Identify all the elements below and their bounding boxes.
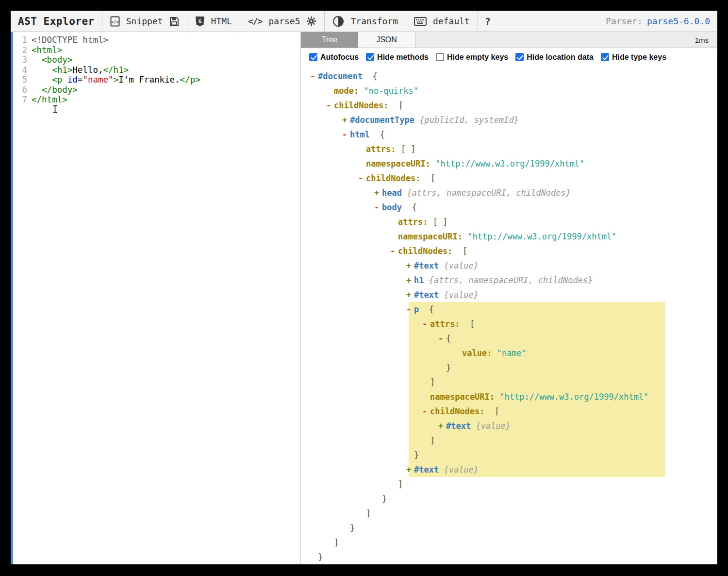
collapse-toggle-icon[interactable]: - xyxy=(342,127,350,142)
transform-button[interactable]: Transform xyxy=(325,16,406,27)
checkbox[interactable] xyxy=(309,53,317,61)
code-line: 3 <body> xyxy=(15,55,300,65)
tree-token-brk: } xyxy=(318,552,323,562)
toggle-contrast-icon xyxy=(332,16,344,27)
tree-token-key: childNodes: xyxy=(398,246,453,256)
expand-toggle-icon[interactable]: + xyxy=(438,419,446,433)
tree-line: +h1 {attrs, namespaceURI, childNodes} xyxy=(310,273,712,288)
code-brackets-icon: </> xyxy=(248,16,263,26)
line-number: 1 xyxy=(15,35,27,45)
tree-token-node[interactable]: #document xyxy=(318,71,363,81)
expand-toggle-icon[interactable]: + xyxy=(406,273,414,288)
ibeam-cursor xyxy=(52,105,58,116)
tree-line: +#documentType {publicId, systemId} xyxy=(310,113,712,127)
tree-token-node[interactable]: #text xyxy=(446,421,471,431)
svg-text:5: 5 xyxy=(199,18,201,24)
option-hide-type-keys[interactable]: Hide type keys xyxy=(601,53,666,62)
keyboard-icon xyxy=(414,17,427,26)
tab-tree[interactable]: Tree xyxy=(301,32,358,48)
checkbox[interactable] xyxy=(366,53,374,61)
tree-token-str: "no-quirks" xyxy=(359,86,418,96)
code-text: <html> xyxy=(27,45,62,55)
main-content: 1<!DOCTYPE html>2<html>3 <body>4 <h1>Hel… xyxy=(11,32,717,564)
code-editor[interactable]: 1<!DOCTYPE html>2<html>3 <body>4 <h1>Hel… xyxy=(11,32,301,564)
collapse-toggle-icon[interactable]: - xyxy=(422,404,430,419)
parser-info-label: Parser: xyxy=(606,16,643,26)
code-line: 4 <h1>Hello,</h1> xyxy=(15,65,300,75)
option-hide-empty-keys[interactable]: Hide empty keys xyxy=(436,53,508,62)
tree-token-node[interactable]: p xyxy=(414,305,419,314)
tree-token-meta: {attrs, namespaceURI, childNodes} xyxy=(424,275,593,285)
tab-tree-label: Tree xyxy=(322,35,337,44)
accent-strip xyxy=(11,32,13,564)
expand-toggle-icon[interactable]: + xyxy=(342,113,350,127)
tree-token-brk: } xyxy=(382,494,387,504)
option-hide-location-data[interactable]: Hide location data xyxy=(515,53,594,62)
tree-token-node[interactable]: body xyxy=(382,203,402,212)
collapse-toggle-icon[interactable]: - xyxy=(326,98,334,113)
collapse-toggle-icon[interactable]: - xyxy=(310,69,318,84)
tree-line: namespaceURI: "http://www.w3.org/1999/xh… xyxy=(310,229,712,244)
tree-token-brk: } xyxy=(446,363,451,373)
tree-token-key: childNodes: xyxy=(366,173,421,183)
collapse-toggle-icon[interactable]: - xyxy=(374,200,382,215)
tree-token-node[interactable]: html xyxy=(350,130,370,139)
tree-line: ] xyxy=(310,477,712,491)
code-line: 1<!DOCTYPE html> xyxy=(15,35,300,45)
checkbox[interactable] xyxy=(436,53,444,61)
parser-version-link[interactable]: parse5-6.0.0 xyxy=(647,16,710,26)
tab-json[interactable]: JSON xyxy=(358,32,415,48)
tree-token-node[interactable]: #text xyxy=(414,290,439,300)
option-hide-methods[interactable]: Hide methods xyxy=(366,53,429,62)
tree-token-key: value: xyxy=(462,348,492,358)
tree-token-meta: {value} xyxy=(471,421,511,431)
gear-icon[interactable] xyxy=(306,16,316,26)
collapse-toggle-icon[interactable]: - xyxy=(406,302,414,317)
collapse-toggle-icon[interactable]: - xyxy=(390,244,398,258)
collapse-toggle-icon[interactable]: - xyxy=(438,331,446,346)
checkbox[interactable] xyxy=(515,53,524,61)
tree-token-brk: [ xyxy=(460,319,475,329)
tree-token-node[interactable]: #text xyxy=(414,465,439,474)
tree-token-brk: [ ] xyxy=(428,217,447,227)
parser-button[interactable]: </> parse5 xyxy=(240,16,325,26)
code-line: 2<html> xyxy=(15,45,300,55)
tree-token-node[interactable]: #documentType xyxy=(350,115,414,125)
line-number: 6 xyxy=(15,85,27,95)
line-number: 2 xyxy=(15,45,27,55)
tree-line: -childNodes: [ xyxy=(310,404,712,419)
parse-timing: 1ms xyxy=(695,32,717,48)
tree-token-key: childNodes: xyxy=(334,101,389,110)
tree-token-node[interactable]: head xyxy=(382,188,402,198)
tree-token-meta: {value} xyxy=(439,261,479,271)
keymap-button[interactable]: default xyxy=(406,16,478,26)
tree-token-key: attrs: xyxy=(366,144,396,154)
option-autofocus[interactable]: Autofocus xyxy=(309,53,359,62)
tree-token-str: "http://www.w3.org/1999/xhtml" xyxy=(430,159,584,169)
options-row: AutofocusHide methodsHide empty keysHide… xyxy=(301,48,717,66)
tree-token-brk: { xyxy=(370,130,385,139)
line-number: 5 xyxy=(15,75,27,85)
collapse-toggle-icon[interactable]: - xyxy=(422,317,430,331)
tree-token-brk: [ xyxy=(485,407,500,416)
tree-token-brk: { xyxy=(363,71,378,81)
code-text: <h1>Hello,</h1> xyxy=(27,65,129,75)
expand-toggle-icon[interactable]: + xyxy=(374,186,382,200)
expand-toggle-icon[interactable]: + xyxy=(406,288,414,302)
help-button[interactable]: ? xyxy=(478,16,497,27)
checkbox[interactable] xyxy=(601,53,609,61)
save-icon[interactable] xyxy=(169,17,179,26)
collapse-toggle-icon[interactable]: - xyxy=(358,171,366,186)
toolbar: AST Explorer </> Snippet 5 HTML </> pars… xyxy=(11,11,717,32)
language-button[interactable]: 5 HTML xyxy=(187,16,240,27)
tree-line: ] xyxy=(310,506,712,521)
snippet-button[interactable]: </> Snippet xyxy=(102,16,187,27)
tree-token-node[interactable]: #text xyxy=(414,261,439,271)
expand-toggle-icon[interactable]: + xyxy=(406,462,414,477)
tree-token-key: namespaceURI: xyxy=(398,232,463,241)
line-number: 4 xyxy=(15,65,27,75)
tree-token-node[interactable]: h1 xyxy=(414,275,424,285)
expand-toggle-icon[interactable]: + xyxy=(406,258,414,273)
tree-line: attrs: [ ] xyxy=(310,215,712,229)
tree-line: attrs: [ ] xyxy=(310,142,712,156)
